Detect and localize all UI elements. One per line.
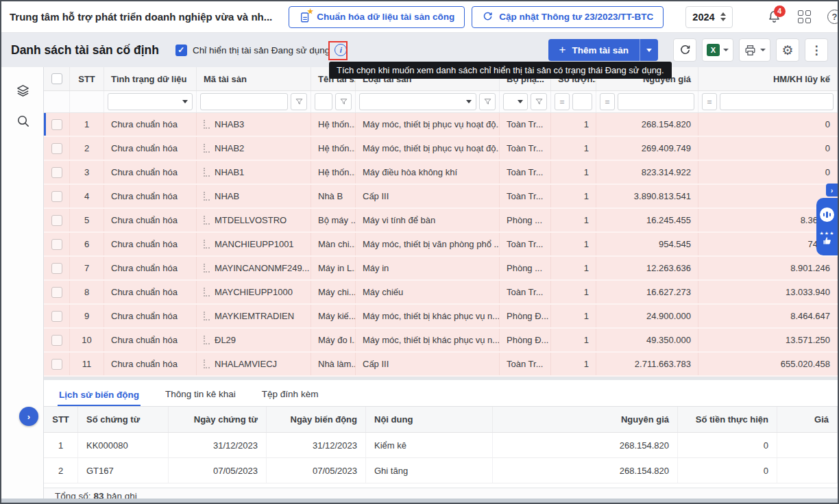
standardize-data-button[interactable]: ★ Chuẩn hóa dữ liệu tài sản công — [289, 6, 465, 28]
settings-button[interactable]: ⚙ — [776, 38, 799, 62]
dept-filter-select[interactable] — [503, 93, 528, 110]
tab-history[interactable]: Lịch sử biến động — [58, 383, 141, 407]
select-all-cell[interactable] — [44, 67, 70, 90]
tab-attachments[interactable]: Tệp đính kèm — [260, 383, 320, 406]
equals-operator[interactable]: = — [600, 93, 615, 110]
row-qty: 1 — [551, 305, 596, 327]
history-doc-link[interactable]: KK000080 — [78, 433, 169, 457]
update-circular-button[interactable]: Cập nhật Thông tư 23/2023/TT-BTC — [472, 6, 664, 28]
chat-support-button[interactable] — [820, 207, 834, 222]
history-doc-link[interactable]: GT167 — [78, 458, 169, 483]
row-code-text: NHAB3 — [215, 119, 244, 129]
funnel-icon[interactable] — [479, 93, 496, 110]
expand-sidebar-button[interactable]: › — [19, 407, 38, 426]
add-asset-dropdown-button[interactable] — [640, 39, 658, 61]
name-filter-input[interactable] — [315, 93, 332, 110]
table-row[interactable]: 1Chưa chuẩn hóaNHAB3Hệ thốn...Máy móc, t… — [44, 113, 838, 137]
row-select-cell — [44, 209, 70, 231]
equals-operator[interactable]: = — [555, 93, 570, 110]
table-row[interactable]: 11Chưa chuẩn hóaNHALAMVIECJNhà làm...Cấp… — [44, 353, 838, 377]
row-checkbox[interactable] — [51, 119, 62, 130]
collapse-panel-button[interactable]: › — [826, 184, 838, 197]
left-sidebar — [1, 67, 44, 499]
history-amount: 0 — [678, 433, 777, 457]
row-status: Chưa chuẩn hóa — [104, 233, 197, 255]
drag-handle-icon — [204, 336, 210, 344]
reload-button[interactable] — [673, 38, 696, 62]
year-selector[interactable]: 2024 — [685, 6, 732, 28]
year-spinner-icon[interactable] — [720, 12, 726, 21]
row-checkbox[interactable] — [51, 263, 62, 274]
row-select-cell — [44, 233, 70, 255]
row-name: Bộ máy ... — [311, 209, 356, 231]
row-checkbox[interactable] — [51, 167, 62, 178]
row-dept: Toàn Tr... — [500, 353, 551, 375]
table-row[interactable]: 4Chưa chuẩn hóaNHABNhà BCấp IIIToàn Tr..… — [44, 185, 838, 209]
export-excel-button[interactable]: X — [702, 38, 733, 62]
row-checkbox[interactable] — [51, 215, 62, 226]
chevron-down-icon — [466, 100, 472, 103]
equals-operator[interactable]: = — [702, 93, 717, 110]
info-icon[interactable]: i — [335, 44, 347, 56]
col-header-status[interactable]: Tình trạng dữ liệu — [104, 67, 197, 90]
apps-menu-button[interactable] — [793, 5, 816, 29]
tab-declaration[interactable]: Thông tin kê khai — [164, 383, 237, 406]
table-row[interactable]: 9Chưa chuẩn hóaMAYKIEMTRADIENMáy kiế...M… — [44, 305, 838, 329]
hcol-change-date: Ngày biến động — [267, 407, 366, 432]
col-header-code[interactable]: Mã tài sản — [197, 67, 311, 90]
table-row[interactable]: 8Chưa chuẩn hóaMAYCHIEUPP1000Máy chi...M… — [44, 281, 838, 305]
page-title: Danh sách tài sản cố định — [11, 43, 159, 58]
table-row[interactable]: 10Chưa chuẩn hóaĐL29Máy đo l...Máy móc, … — [44, 329, 838, 353]
filter-code — [197, 91, 311, 112]
row-code-text: NHAB2 — [215, 143, 244, 153]
row-checkbox[interactable] — [51, 335, 62, 346]
row-checkbox[interactable] — [51, 191, 62, 202]
row-checkbox[interactable] — [51, 239, 62, 250]
plus-icon: + — [559, 43, 566, 57]
qty-filter-input[interactable] — [572, 93, 592, 110]
filter-name — [311, 91, 356, 112]
history-row[interactable]: 2GT16707/05/202307/05/2023Ghi tăng268.15… — [44, 458, 838, 483]
row-status: Chưa chuẩn hóa — [104, 329, 197, 351]
print-button[interactable] — [739, 38, 770, 62]
table-row[interactable]: 3Chưa chuẩn hóaNHAB1Hệ thốn...Máy điều h… — [44, 161, 838, 185]
table-row[interactable]: 2Chưa chuẩn hóaNHAB2Hệ thốn...Máy móc, t… — [44, 137, 838, 161]
row-code: MAYINCANONMF249... — [197, 257, 311, 279]
add-asset-split-button[interactable]: + Thêm tài sản — [548, 39, 658, 61]
layers-button[interactable] — [1, 75, 44, 105]
row-dept: Toàn Tr... — [500, 161, 551, 184]
notification-badge: 4 — [774, 5, 786, 17]
checkbox-checked-icon[interactable]: ✓ — [175, 45, 187, 56]
row-checkbox[interactable] — [51, 143, 62, 154]
more-options-button[interactable]: ⋮ — [805, 38, 828, 62]
show-in-use-checkbox[interactable]: ✓ Chỉ hiển thị tài sản Đang sử dụng — [175, 45, 330, 56]
select-all-checkbox[interactable] — [51, 73, 62, 84]
row-type: Máy móc, thiết bị phục vụ hoạt độ... — [356, 137, 500, 160]
table-row[interactable]: 5Chưa chuẩn hóaMTDELLVOSTROBộ máy ...Máy… — [44, 209, 838, 233]
row-checkbox[interactable] — [51, 359, 62, 370]
search-button[interactable] — [1, 105, 44, 136]
col-header-stt[interactable]: STT — [70, 67, 104, 90]
cost-filter-input[interactable] — [618, 93, 694, 110]
feedback-button[interactable]: ★★★ — [820, 231, 835, 246]
table-row[interactable]: 6Chưa chuẩn hóaMANCHIEUPP1001Màn chi...M… — [44, 233, 838, 257]
row-checkbox[interactable] — [51, 311, 62, 322]
row-dept: Toàn Tr... — [500, 281, 551, 303]
funnel-icon[interactable] — [531, 93, 547, 110]
notifications-button[interactable]: 4 — [763, 5, 786, 29]
history-row[interactable]: 1KK00008031/12/202331/12/2023Kiểm kê268.… — [44, 433, 838, 458]
type-filter-select[interactable] — [359, 93, 476, 110]
col-header-accum[interactable]: HM/KH lũy kế — [698, 67, 838, 90]
row-type: Máy điều hòa không khí — [356, 161, 500, 184]
code-filter-input[interactable] — [200, 93, 288, 110]
status-filter-select[interactable] — [108, 93, 193, 110]
funnel-icon[interactable] — [335, 93, 352, 110]
help-button[interactable]: ? — [823, 5, 839, 29]
funnel-icon[interactable] — [291, 93, 307, 110]
app-window: Trung tâm hỗ trợ phát triển doanh nghiệp… — [0, 0, 839, 504]
accum-filter-input[interactable] — [720, 93, 834, 110]
drag-handle-icon — [204, 168, 210, 177]
drag-handle-icon — [204, 264, 210, 273]
row-checkbox[interactable] — [51, 287, 62, 298]
table-row[interactable]: 7Chưa chuẩn hóaMAYINCANONMF249...Máy in … — [44, 257, 838, 281]
